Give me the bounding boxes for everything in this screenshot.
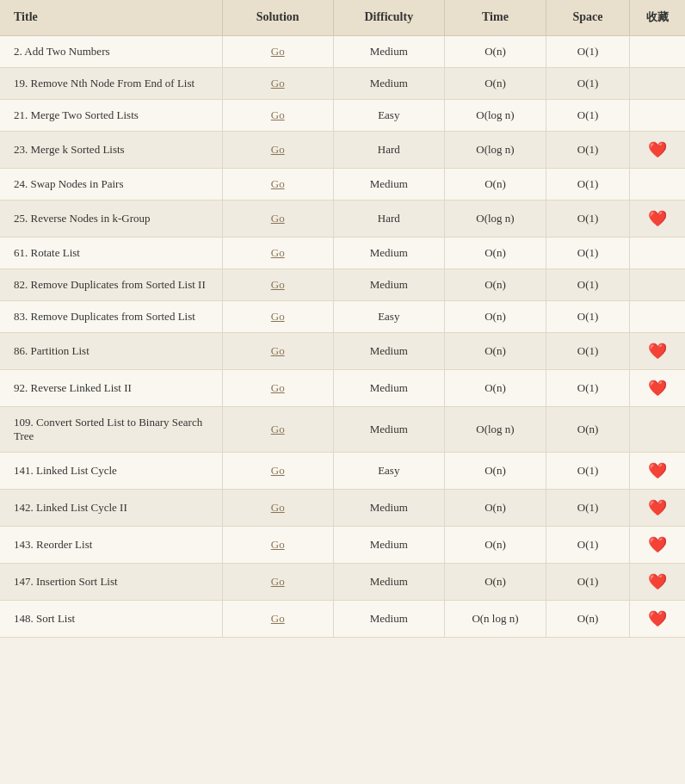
cell-favorite[interactable]: ❤️ (629, 131, 685, 168)
heart-icon[interactable]: ❤️ (648, 141, 667, 158)
heart-icon[interactable]: ❤️ (648, 210, 667, 227)
cell-favorite[interactable]: ❤️ (629, 200, 685, 237)
table-row: 82. Remove Duplicates from Sorted List I… (0, 269, 685, 300)
cell-favorite[interactable]: ❤️ (629, 563, 685, 600)
solution-link[interactable]: Go (271, 344, 285, 357)
cell-difficulty: Hard (333, 200, 444, 237)
cell-solution[interactable]: Go (222, 67, 333, 99)
cell-difficulty: Medium (333, 526, 444, 563)
cell-time: O(log n) (444, 131, 546, 168)
cell-title: 92. Reverse Linked List II (0, 369, 222, 406)
heart-icon[interactable]: ❤️ (648, 536, 667, 553)
heart-icon[interactable]: ❤️ (648, 499, 667, 516)
cell-space: O(1) (546, 369, 630, 406)
cell-difficulty: Medium (333, 489, 444, 526)
header-space: Space (546, 0, 630, 35)
cell-difficulty: Medium (333, 67, 444, 99)
table-row: 92. Reverse Linked List IIGoMediumO(n)O(… (0, 369, 685, 406)
cell-favorite[interactable]: ❤️ (629, 332, 685, 369)
cell-solution[interactable]: Go (222, 600, 333, 637)
solution-link[interactable]: Go (271, 538, 285, 551)
cell-solution[interactable]: Go (222, 269, 333, 300)
table-row: 143. Reorder ListGoMediumO(n)O(1)❤️ (0, 526, 685, 563)
solution-link[interactable]: Go (271, 278, 285, 291)
cell-solution[interactable]: Go (222, 406, 333, 452)
heart-icon[interactable]: ❤️ (648, 380, 667, 397)
cell-solution[interactable]: Go (222, 563, 333, 600)
table-row: 147. Insertion Sort ListGoMediumO(n)O(1)… (0, 563, 685, 600)
solution-link[interactable]: Go (271, 246, 285, 259)
cell-favorite[interactable]: ❤️ (629, 600, 685, 637)
cell-solution[interactable]: Go (222, 526, 333, 563)
cell-difficulty: Medium (333, 563, 444, 600)
solution-link[interactable]: Go (271, 212, 285, 225)
solution-link[interactable]: Go (271, 464, 285, 477)
solution-link[interactable]: Go (271, 501, 285, 514)
cell-solution[interactable]: Go (222, 168, 333, 200)
cell-solution[interactable]: Go (222, 237, 333, 269)
cell-favorite[interactable] (629, 35, 685, 67)
cell-favorite[interactable] (629, 67, 685, 99)
cell-difficulty: Medium (333, 600, 444, 637)
cell-favorite[interactable]: ❤️ (629, 526, 685, 563)
cell-title: 148. Sort List (0, 600, 222, 637)
heart-icon[interactable]: ❤️ (648, 610, 667, 627)
heart-icon[interactable]: ❤️ (648, 573, 667, 590)
table-row: 19. Remove Nth Node From End of ListGoMe… (0, 67, 685, 99)
cell-title: 83. Remove Duplicates from Sorted List (0, 300, 222, 332)
cell-difficulty: Medium (333, 332, 444, 369)
solution-link[interactable]: Go (271, 143, 285, 156)
table-row: 83. Remove Duplicates from Sorted ListGo… (0, 300, 685, 332)
solution-link[interactable]: Go (271, 177, 285, 190)
cell-favorite[interactable] (629, 237, 685, 269)
cell-favorite[interactable]: ❤️ (629, 489, 685, 526)
solution-link[interactable]: Go (271, 612, 285, 625)
cell-space: O(1) (546, 269, 630, 300)
cell-title: 21. Merge Two Sorted Lists (0, 99, 222, 131)
heart-icon[interactable]: ❤️ (648, 462, 667, 479)
cell-favorite[interactable]: ❤️ (629, 369, 685, 406)
cell-title: 19. Remove Nth Node From End of List (0, 67, 222, 99)
cell-time: O(n) (444, 489, 546, 526)
cell-space: O(1) (546, 35, 630, 67)
header-difficulty: Difficulty (333, 0, 444, 35)
cell-space: O(1) (546, 200, 630, 237)
cell-title: 23. Merge k Sorted Lists (0, 131, 222, 168)
cell-favorite[interactable] (629, 406, 685, 452)
cell-solution[interactable]: Go (222, 131, 333, 168)
cell-solution[interactable]: Go (222, 452, 333, 489)
cell-time: O(log n) (444, 200, 546, 237)
solution-link[interactable]: Go (271, 381, 285, 394)
solution-link[interactable]: Go (271, 108, 285, 121)
table-row: 141. Linked List CycleGoEasyO(n)O(1)❤️ (0, 452, 685, 489)
cell-solution[interactable]: Go (222, 99, 333, 131)
table-row: 61. Rotate ListGoMediumO(n)O(1) (0, 237, 685, 269)
cell-time: O(n) (444, 369, 546, 406)
cell-time: O(n) (444, 332, 546, 369)
cell-solution[interactable]: Go (222, 200, 333, 237)
solution-link[interactable]: Go (271, 310, 285, 323)
cell-solution[interactable]: Go (222, 300, 333, 332)
solution-link[interactable]: Go (271, 77, 285, 90)
cell-favorite[interactable] (629, 269, 685, 300)
table-row: 23. Merge k Sorted ListsGoHardO(log n)O(… (0, 131, 685, 168)
table-row: 109. Convert Sorted List to Binary Searc… (0, 406, 685, 452)
cell-favorite[interactable]: ❤️ (629, 452, 685, 489)
cell-favorite[interactable] (629, 300, 685, 332)
cell-solution[interactable]: Go (222, 332, 333, 369)
cell-solution[interactable]: Go (222, 35, 333, 67)
cell-difficulty: Medium (333, 406, 444, 452)
solution-link[interactable]: Go (271, 575, 285, 588)
solution-link[interactable]: Go (271, 423, 285, 435)
solution-link[interactable]: Go (271, 45, 285, 58)
cell-favorite[interactable] (629, 168, 685, 200)
cell-time: O(n log n) (444, 600, 546, 637)
cell-solution[interactable]: Go (222, 489, 333, 526)
problems-table: Title Solution Difficulty Time Space 收藏 … (0, 0, 685, 638)
cell-solution[interactable]: Go (222, 369, 333, 406)
cell-time: O(n) (444, 168, 546, 200)
cell-difficulty: Medium (333, 369, 444, 406)
cell-time: O(n) (444, 35, 546, 67)
heart-icon[interactable]: ❤️ (648, 343, 667, 360)
cell-favorite[interactable] (629, 99, 685, 131)
